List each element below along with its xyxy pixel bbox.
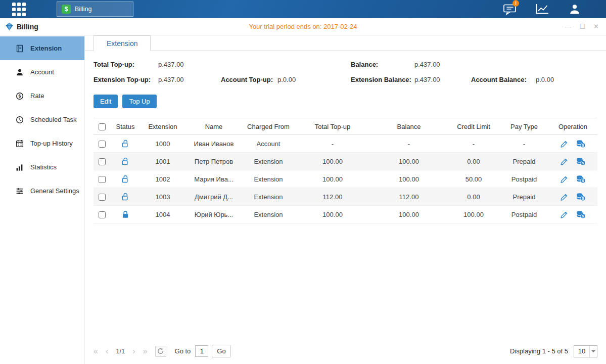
goto-page-input[interactable] bbox=[195, 345, 208, 357]
summary-account-balance: Account Balance: p.0.00 bbox=[471, 76, 597, 83]
prev-page-button[interactable]: ‹ bbox=[106, 347, 108, 355]
first-page-button[interactable]: « bbox=[94, 347, 98, 355]
column-header-extension: Extension bbox=[140, 118, 185, 135]
summary-label: Extension Balance: bbox=[351, 76, 414, 83]
name-cell: Юрий Юрь... bbox=[185, 206, 242, 223]
user-menu-button[interactable] bbox=[567, 3, 583, 16]
sidebar-item-label: Scheduled Task bbox=[30, 116, 77, 123]
sidebar-item-label: General Settings bbox=[30, 187, 79, 195]
table-row: 1004Юрий Юрь...Extension100.00100.00100.… bbox=[94, 206, 597, 223]
page-size-value: 10 bbox=[574, 346, 589, 357]
locked-icon bbox=[122, 210, 129, 218]
calendar-icon bbox=[16, 140, 24, 148]
edit-button[interactable]: Edit bbox=[94, 95, 118, 108]
unlocked-icon bbox=[122, 157, 129, 165]
row-select-cell bbox=[94, 188, 111, 206]
page-size-select[interactable]: 10 bbox=[574, 345, 597, 357]
edit-icon[interactable] bbox=[561, 175, 568, 183]
sidebar-item-general-settings[interactable]: General Settings bbox=[0, 179, 84, 203]
summary-label: Balance: bbox=[351, 61, 414, 68]
row-checkbox[interactable] bbox=[99, 176, 106, 183]
go-button[interactable]: Go bbox=[212, 345, 230, 357]
topbar-billing-tab[interactable]: $ Billing bbox=[57, 2, 133, 17]
summary-panel: Total Top-up: p.437.00 Balance: p.437.00… bbox=[85, 51, 606, 88]
top-up-button[interactable]: Top Up bbox=[122, 95, 156, 108]
sidebar-item-label: Extension bbox=[30, 44, 62, 52]
window-title-text: Billing bbox=[17, 23, 38, 31]
sidebar-item-topup-history[interactable]: Top-up History bbox=[0, 131, 84, 155]
name-cell: Иван Иванов bbox=[185, 135, 242, 153]
sidebar-item-account[interactable]: Account bbox=[0, 60, 84, 84]
tabbar: Extension bbox=[85, 35, 606, 51]
summary-value: p.437.00 bbox=[414, 76, 440, 83]
close-button[interactable]: ✕ bbox=[593, 23, 599, 30]
statistics-button[interactable] bbox=[534, 3, 550, 16]
billing-logo-icon bbox=[5, 22, 14, 31]
summary-value: p.437.00 bbox=[158, 61, 184, 68]
credit-limit-cell: - bbox=[447, 135, 500, 153]
displaying-text: Displaying 1 - 5 of 5 bbox=[510, 347, 568, 355]
maximize-button[interactable]: ☐ bbox=[579, 23, 585, 30]
charged-from-cell: Extension bbox=[242, 170, 295, 188]
column-header-credit-limit: Credit Limit bbox=[447, 118, 500, 135]
pay-type-cell: - bbox=[500, 135, 548, 153]
operation-cell: $ bbox=[548, 170, 597, 188]
summary-label: Account Top-up: bbox=[221, 76, 277, 83]
pay-type-cell: Postpaid bbox=[500, 206, 548, 223]
refresh-button[interactable] bbox=[155, 346, 166, 357]
row-checkbox[interactable] bbox=[99, 158, 106, 165]
select-all-checkbox[interactable] bbox=[99, 123, 106, 130]
name-cell: Дмитрий Д... bbox=[185, 188, 242, 206]
topup-icon[interactable]: $ bbox=[576, 140, 585, 148]
row-checkbox[interactable] bbox=[99, 211, 106, 218]
pay-type-cell: Postpaid bbox=[500, 170, 548, 188]
status-cell bbox=[111, 153, 140, 170]
sliders-icon bbox=[16, 187, 24, 195]
topup-icon[interactable]: $ bbox=[576, 193, 585, 201]
window-title: Billing bbox=[5, 22, 38, 31]
chat-button[interactable]: ! bbox=[502, 3, 518, 16]
goto-label: Go to bbox=[175, 347, 191, 355]
tab-extension[interactable]: Extension bbox=[94, 35, 151, 51]
edit-icon[interactable] bbox=[561, 211, 568, 218]
pay-type-cell: Prepaid bbox=[500, 188, 548, 206]
next-page-button[interactable]: › bbox=[132, 347, 135, 355]
unlocked-icon bbox=[122, 175, 129, 183]
sidebar-item-rate[interactable]: $ Rate bbox=[0, 84, 84, 108]
status-cell bbox=[111, 188, 140, 206]
sidebar-item-extension[interactable]: Extension bbox=[0, 36, 84, 60]
topup-icon[interactable]: $ bbox=[576, 210, 585, 218]
row-checkbox[interactable] bbox=[99, 141, 106, 148]
row-select-cell bbox=[94, 170, 111, 188]
topup-icon[interactable]: $ bbox=[576, 157, 585, 165]
summary-label: Account Balance: bbox=[471, 76, 536, 83]
page-indicator: 1/1 bbox=[116, 347, 125, 355]
last-page-button[interactable]: » bbox=[143, 347, 148, 355]
unlocked-icon bbox=[122, 140, 129, 147]
edit-icon[interactable] bbox=[561, 140, 568, 148]
extension-cell: 1000 bbox=[140, 135, 185, 153]
sidebar: Extension Account $ Rate Scheduled Task … bbox=[0, 35, 85, 364]
balance-cell: 100.00 bbox=[370, 153, 447, 170]
unlocked-icon bbox=[122, 193, 129, 200]
bar-chart-icon bbox=[16, 163, 24, 171]
minimize-button[interactable]: — bbox=[565, 23, 571, 30]
balance-cell: - bbox=[370, 135, 447, 153]
total-topup-cell: 100.00 bbox=[295, 153, 370, 170]
row-checkbox[interactable] bbox=[99, 194, 106, 201]
edit-icon[interactable] bbox=[561, 193, 568, 201]
column-header-balance: Balance bbox=[370, 118, 447, 135]
apps-grid-icon bbox=[12, 3, 26, 16]
sidebar-item-statistics[interactable]: Statistics bbox=[0, 155, 84, 179]
edit-icon[interactable] bbox=[561, 158, 568, 165]
chart-icon bbox=[535, 3, 550, 15]
extension-table-body: 1000Иван ИвановAccount----$1001Петр Петр… bbox=[94, 135, 597, 223]
topup-icon[interactable]: $ bbox=[576, 175, 585, 183]
table-row: 1002Мария Ива...Extension100.00100.0050.… bbox=[94, 170, 597, 188]
apps-menu-button[interactable] bbox=[0, 0, 37, 18]
refresh-icon bbox=[157, 348, 164, 354]
summary-extension-topup: Extension Top-up: p.437.00 bbox=[94, 76, 221, 83]
operation-cell: $ bbox=[548, 153, 597, 170]
sidebar-item-scheduled-task[interactable]: Scheduled Task bbox=[0, 108, 84, 131]
clock-icon bbox=[16, 116, 24, 124]
